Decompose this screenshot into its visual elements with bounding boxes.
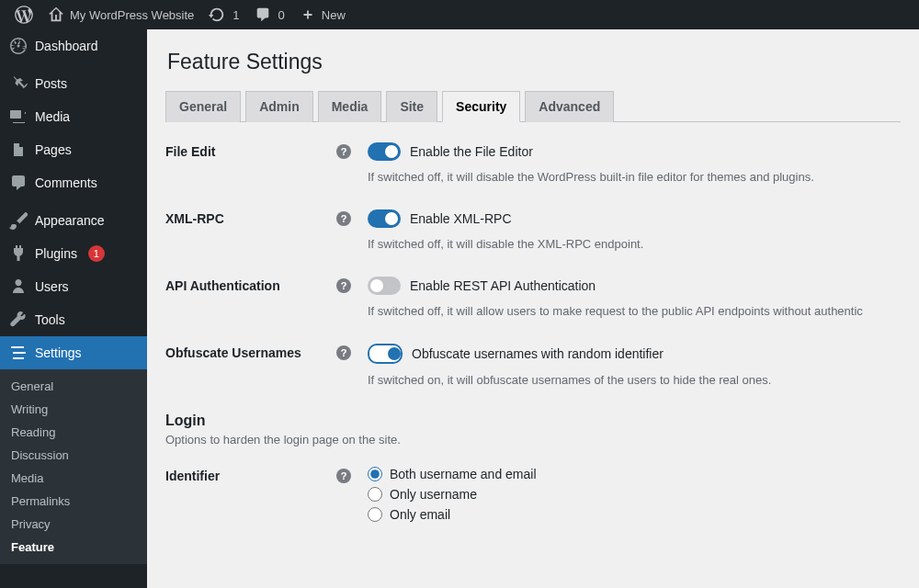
radio-input-email[interactable] — [368, 507, 382, 522]
pages-icon — [9, 141, 28, 159]
menu-comments[interactable]: Comments — [0, 166, 147, 199]
tab-admin[interactable]: Admin — [245, 91, 313, 122]
site-name: My WordPress Website — [70, 8, 194, 22]
toggle-api-auth[interactable] — [368, 277, 401, 295]
wordpress-icon — [15, 6, 33, 24]
section-login: Login — [165, 413, 901, 429]
submenu-feature[interactable]: Feature — [0, 536, 147, 559]
new-label: New — [322, 8, 346, 22]
tab-site[interactable]: Site — [386, 91, 437, 122]
radio-input-both[interactable] — [368, 467, 382, 481]
settings-submenu: General Writing Reading Discussion Media… — [0, 369, 147, 564]
comment-icon — [255, 6, 271, 23]
sliders-icon — [9, 344, 28, 362]
menu-posts[interactable]: Posts — [0, 67, 147, 100]
submenu-media[interactable]: Media — [0, 467, 147, 490]
radio-username[interactable]: Only username — [368, 487, 901, 502]
tab-advanced[interactable]: Advanced — [525, 91, 614, 122]
desc-api-auth: If switched off, it will allow users to … — [368, 304, 901, 318]
menu-label: Appearance — [35, 213, 105, 228]
radio-both[interactable]: Both username and email — [368, 467, 901, 481]
comments-count: 0 — [278, 8, 285, 22]
row-file-edit: File Edit ? Enable the File Editor If sw… — [165, 142, 901, 184]
label-xmlrpc: XML-RPC — [165, 211, 224, 226]
settings-tabs: General Admin Media Site Security Advanc… — [165, 91, 901, 122]
desc-obfuscate: If switched on, it will obfuscate userna… — [368, 373, 901, 387]
updates-link[interactable]: 1 — [201, 0, 246, 29]
label-identifier: Identifier — [165, 469, 220, 483]
wordpress-logo[interactable] — [7, 0, 40, 29]
menu-label: Plugins — [35, 246, 77, 261]
submenu-writing[interactable]: Writing — [0, 398, 147, 421]
menu-pages[interactable]: Pages — [0, 133, 147, 166]
menu-tools[interactable]: Tools — [0, 303, 147, 336]
admin-bar: My WordPress Website 1 0 New — [0, 0, 919, 29]
menu-dashboard[interactable]: Dashboard — [0, 29, 147, 62]
tab-security[interactable]: Security — [442, 91, 520, 122]
comments-icon — [9, 174, 28, 192]
toggle-label-obfuscate: Obfuscate usernames with random identifi… — [412, 346, 664, 361]
menu-appearance[interactable]: Appearance — [0, 204, 147, 237]
help-icon[interactable]: ? — [336, 144, 351, 159]
menu-label: Media — [35, 109, 70, 124]
radio-email[interactable]: Only email — [368, 507, 901, 522]
media-icon — [9, 107, 28, 126]
row-xmlrpc: XML-RPC ? Enable XML-RPC If switched off… — [165, 209, 901, 251]
plug-icon — [9, 244, 28, 263]
pin-icon — [9, 74, 28, 93]
menu-settings[interactable]: Settings — [0, 336, 147, 369]
brush-icon — [9, 211, 28, 230]
radio-label: Only email — [390, 507, 450, 522]
menu-label: Users — [35, 279, 69, 294]
toggle-label-file-edit: Enable the File Editor — [410, 144, 533, 159]
admin-sidebar: Dashboard Posts Media Pages Comments App… — [0, 29, 147, 588]
radio-label: Both username and email — [390, 467, 537, 481]
menu-plugins[interactable]: Plugins 1 — [0, 237, 147, 270]
menu-label: Tools — [35, 312, 65, 327]
dashboard-icon — [9, 37, 28, 55]
site-link[interactable]: My WordPress Website — [40, 0, 201, 29]
menu-label: Posts — [35, 76, 67, 91]
wrench-icon — [9, 311, 28, 329]
updates-icon — [209, 6, 225, 23]
tab-general[interactable]: General — [165, 91, 241, 122]
submenu-permalinks[interactable]: Permalinks — [0, 490, 147, 513]
label-api-auth: API Authentication — [165, 278, 280, 293]
menu-media[interactable]: Media — [0, 100, 147, 133]
toggle-obfuscate[interactable] — [368, 344, 403, 364]
toggle-file-edit[interactable] — [368, 142, 401, 161]
menu-users[interactable]: Users — [0, 270, 147, 303]
help-icon[interactable]: ? — [336, 469, 351, 483]
submenu-general[interactable]: General — [0, 375, 147, 398]
comments-link[interactable]: 0 — [247, 0, 292, 29]
menu-label: Comments — [35, 175, 97, 190]
submenu-reading[interactable]: Reading — [0, 421, 147, 444]
page-title: Feature Settings — [167, 50, 901, 74]
help-icon[interactable]: ? — [336, 211, 351, 226]
help-icon[interactable]: ? — [336, 278, 351, 293]
tab-media[interactable]: Media — [318, 91, 382, 122]
label-file-edit: File Edit — [165, 144, 215, 159]
plus-icon — [300, 6, 316, 23]
radio-input-username[interactable] — [368, 487, 382, 502]
menu-label: Pages — [35, 142, 72, 157]
home-icon — [48, 6, 64, 23]
submenu-discussion[interactable]: Discussion — [0, 444, 147, 467]
toggle-label-api-auth: Enable REST API Authentication — [410, 278, 596, 293]
desc-file-edit: If switched off, it will disable the Wor… — [368, 170, 901, 184]
plugins-badge: 1 — [88, 245, 105, 262]
updates-count: 1 — [233, 8, 239, 22]
user-icon — [9, 277, 28, 296]
new-content-link[interactable]: New — [292, 0, 353, 29]
radio-label: Only username — [390, 487, 477, 502]
help-icon[interactable]: ? — [336, 345, 351, 360]
main-content: Feature Settings General Admin Media Sit… — [147, 29, 919, 588]
label-obfuscate: Obfuscate Usernames — [165, 345, 301, 360]
menu-label: Dashboard — [35, 39, 98, 53]
toggle-xmlrpc[interactable] — [368, 209, 401, 228]
row-identifier: Identifier ? Both username and email Onl… — [165, 467, 901, 527]
toggle-label-xmlrpc: Enable XML-RPC — [410, 211, 512, 226]
submenu-privacy[interactable]: Privacy — [0, 513, 147, 536]
desc-xmlrpc: If switched off, it will disable the XML… — [368, 237, 901, 251]
menu-label: Settings — [35, 345, 82, 360]
